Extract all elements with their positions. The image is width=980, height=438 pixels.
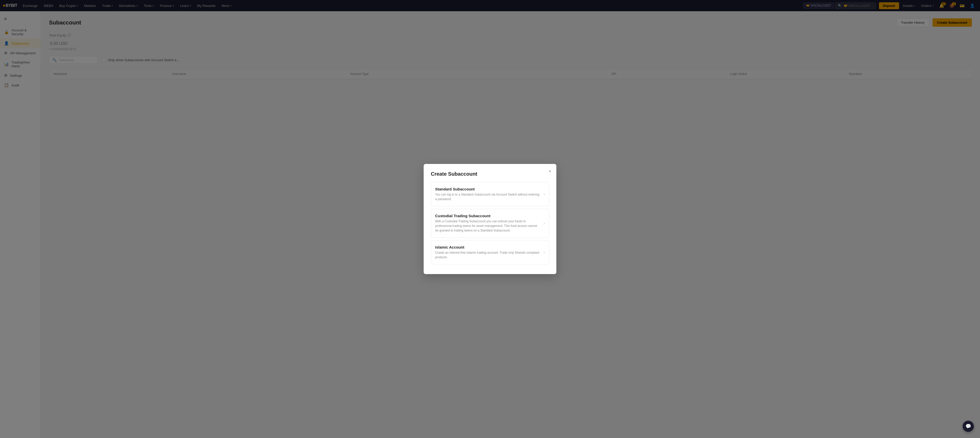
modal-overlay[interactable]: Create Subaccount × Standard Subaccount …	[0, 0, 980, 438]
modal-title: Create Subaccount	[431, 171, 549, 177]
support-button[interactable]: 💬	[963, 421, 974, 432]
standard-subaccount-content: Standard Subaccount You can log in to a …	[435, 187, 541, 202]
standard-subaccount-option[interactable]: Standard Subaccount You can log in to a …	[431, 182, 549, 206]
islamic-account-desc: Create an interest-free Islamic trading …	[435, 250, 541, 260]
custodial-trading-content: Custodial Trading Subaccount With a Cust…	[435, 214, 541, 233]
chevron-right-icon: ›	[544, 192, 545, 197]
standard-subaccount-title: Standard Subaccount	[435, 187, 541, 191]
chevron-right-icon: ›	[544, 250, 545, 255]
islamic-account-title: Islamic Account	[435, 245, 541, 249]
standard-subaccount-desc: You can log in to a Standard Subaccount …	[435, 192, 541, 202]
chat-icon: 💬	[966, 424, 971, 429]
custodial-trading-option[interactable]: Custodial Trading Subaccount With a Cust…	[431, 209, 549, 238]
modal-close-button[interactable]: ×	[549, 169, 551, 174]
islamic-account-option[interactable]: Islamic Account Create an interest-free …	[431, 240, 549, 264]
custodial-trading-desc: With a Custodial Trading Subaccount you …	[435, 219, 541, 233]
chevron-right-icon: ›	[544, 221, 545, 225]
create-subaccount-modal: Create Subaccount × Standard Subaccount …	[424, 164, 556, 274]
custodial-trading-title: Custodial Trading Subaccount	[435, 214, 541, 218]
islamic-account-content: Islamic Account Create an interest-free …	[435, 245, 541, 260]
